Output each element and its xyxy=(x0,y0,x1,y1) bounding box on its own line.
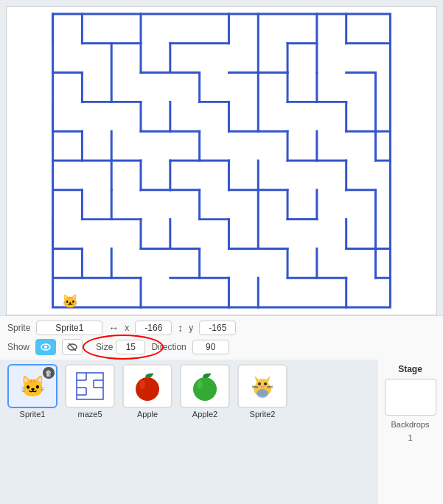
apple2-label: Apple2 xyxy=(192,410,217,419)
direction-input[interactable] xyxy=(192,340,229,354)
eye-slash-icon xyxy=(66,341,78,353)
maze5-label: maze5 xyxy=(77,410,102,419)
x-axis-icon: ↔ xyxy=(108,322,119,334)
sprite2-cat-icon xyxy=(248,371,277,401)
main-container: 🐱 Sprite ↔ x ↕ y Show xyxy=(0,0,443,504)
sprite-item-maze5[interactable]: maze5 xyxy=(63,364,116,419)
stage-canvas-area: 🐱 xyxy=(6,6,437,315)
x-input[interactable] xyxy=(135,321,172,335)
sprite2-label: Sprite2 xyxy=(250,410,276,419)
sprite-item-sprite1[interactable]: 🗑 🐱 Sprite1 xyxy=(6,364,59,419)
eye-icon xyxy=(40,341,52,353)
svg-point-143 xyxy=(257,389,268,398)
svg-point-136 xyxy=(258,382,261,385)
info-row-bottom: Show Size Direction xyxy=(7,339,436,355)
y-axis-icon: ↕ xyxy=(178,322,183,334)
apple-label: Apple xyxy=(137,410,158,419)
info-row-top: Sprite ↔ x ↕ y xyxy=(7,321,436,335)
stage-panel: Stage Backdrops 1 xyxy=(377,360,443,504)
apple-red-icon xyxy=(133,370,162,402)
show-label: Show xyxy=(7,342,29,352)
sprite-label: Sprite xyxy=(7,323,30,333)
canvas-sprite-cat: 🐱 xyxy=(62,293,79,309)
y-input[interactable] xyxy=(199,321,236,335)
sprite-item-sprite2[interactable]: Sprite2 xyxy=(236,364,289,419)
show-hidden-button[interactable] xyxy=(62,339,83,355)
direction-label: Direction xyxy=(151,342,186,352)
svg-point-137 xyxy=(264,382,267,385)
sprite-item-apple[interactable]: Apple xyxy=(121,364,174,419)
sprite-thumb-apple2[interactable] xyxy=(180,364,230,408)
sprite-thumb-apple[interactable] xyxy=(122,364,172,408)
size-section: Size xyxy=(88,340,145,354)
apple-green-icon xyxy=(190,370,220,402)
maze-svg: 🐱 xyxy=(7,7,436,315)
sprite-thumb-sprite1[interactable]: 🗑 🐱 xyxy=(7,364,57,408)
show-visible-button[interactable] xyxy=(35,339,56,355)
sprite-name-input[interactable] xyxy=(36,321,102,335)
sprite1-icon: 🐱 xyxy=(20,374,46,399)
backdrops-label: Backdrops xyxy=(391,420,430,429)
sprite-thumb-maze5[interactable] xyxy=(65,364,115,408)
x-label: x xyxy=(125,323,129,333)
svg-point-131 xyxy=(197,380,203,389)
delete-badge-sprite1[interactable]: 🗑 xyxy=(43,367,55,379)
svg-point-126 xyxy=(136,377,159,401)
stage-thumb[interactable] xyxy=(385,379,436,416)
sprites-list: 🗑 🐱 Sprite1 xyxy=(0,360,377,504)
sprite-thumb-sprite2[interactable] xyxy=(237,364,287,408)
sprite-item-apple2[interactable]: Apple2 xyxy=(178,364,231,419)
sprite-info-bar: Sprite ↔ x ↕ y Show xyxy=(0,315,443,360)
maze5-icon xyxy=(75,371,105,401)
bottom-panel: 🗑 🐱 Sprite1 xyxy=(0,360,443,504)
size-label: Size xyxy=(96,342,113,352)
stage-title: Stage xyxy=(398,364,422,374)
y-label: y xyxy=(189,323,193,333)
size-input[interactable] xyxy=(116,340,145,354)
svg-point-128 xyxy=(139,380,145,389)
backdrops-count: 1 xyxy=(408,433,412,442)
svg-point-138 xyxy=(260,385,265,388)
sprite1-label: Sprite1 xyxy=(20,410,46,419)
svg-point-113 xyxy=(44,346,47,349)
svg-point-129 xyxy=(193,377,217,401)
svg-rect-116 xyxy=(75,371,105,401)
